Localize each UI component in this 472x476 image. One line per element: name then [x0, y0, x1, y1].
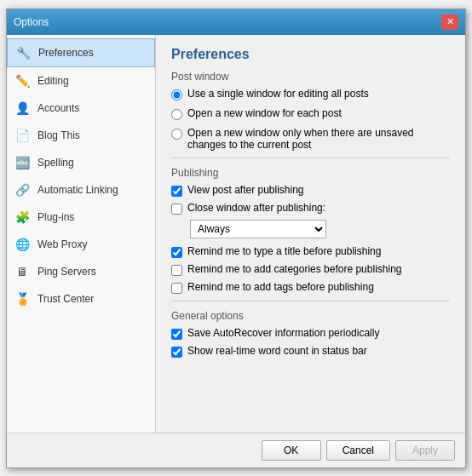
editing-icon: ✏️	[14, 72, 31, 89]
sidebar-item-spelling[interactable]: 🔤 Spelling	[7, 149, 155, 176]
spelling-icon: 🔤	[14, 154, 31, 171]
radio-new-window-unsaved-label: Open a new window only when there are un…	[187, 127, 450, 151]
checkbox-remind-tags-label: Remind me to add tags before publishing	[187, 281, 374, 293]
sidebar-item-automatic-linking[interactable]: 🔗 Automatic Linking	[7, 176, 155, 204]
radio-new-window-unsaved-input[interactable]	[171, 129, 182, 140]
checkbox-autorecover-input[interactable]	[171, 329, 182, 340]
title-bar: Options ✕	[7, 9, 465, 35]
radio-new-window-unsaved: Open a new window only when there are un…	[171, 127, 450, 151]
web-proxy-icon: 🌐	[14, 236, 31, 253]
sidebar-label-accounts: Accounts	[37, 102, 79, 114]
checkbox-remind-title-label: Remind me to type a title before publish…	[187, 245, 381, 257]
dialog-body: 🔧 Preferences ✏️ Editing 👤 Accounts 📄 Bl…	[7, 35, 465, 433]
sidebar-item-plug-ins[interactable]: 🧩 Plug-ins	[7, 204, 155, 231]
sidebar-label-spelling: Spelling	[37, 157, 74, 169]
sidebar-label-blog-this: Blog This	[37, 129, 80, 141]
plug-ins-icon: 🧩	[14, 209, 31, 226]
sidebar-item-editing[interactable]: ✏️ Editing	[7, 67, 155, 95]
checkbox-view-post-input[interactable]	[171, 186, 182, 197]
checkbox-word-count: Show real-time word count in status bar	[171, 345, 450, 358]
trust-center-icon: 🏅	[14, 290, 31, 307]
always-dropdown-row: Always Never Ask	[190, 220, 450, 238]
sidebar-item-preferences[interactable]: 🔧 Preferences	[7, 38, 155, 67]
checkbox-remind-tags-input[interactable]	[171, 283, 182, 294]
checkbox-remind-title-input[interactable]	[171, 247, 182, 258]
sidebar-item-trust-center[interactable]: 🏅 Trust Center	[7, 285, 155, 313]
radio-single-window: Use a single window for editing all post…	[171, 88, 450, 100]
radio-new-window-each: Open a new window for each post	[171, 107, 450, 120]
post-window-label: Post window	[171, 71, 450, 83]
sidebar-label-plug-ins: Plug-ins	[37, 211, 74, 223]
sidebar-item-ping-servers[interactable]: 🖥 Ping Servers	[7, 258, 155, 285]
ping-servers-icon: 🖥	[14, 263, 31, 280]
checkbox-remind-tags: Remind me to add tags before publishing	[171, 281, 450, 294]
checkbox-view-post-label: View post after publishing	[187, 184, 304, 196]
apply-button[interactable]: Apply	[395, 440, 455, 461]
checkbox-remind-categories-input[interactable]	[171, 265, 182, 276]
content-area: Preferences Post window Use a single win…	[156, 35, 465, 433]
checkbox-view-post: View post after publishing	[171, 184, 450, 197]
cancel-button[interactable]: Cancel	[326, 440, 390, 461]
options-dialog: Options ✕ 🔧 Preferences ✏️ Editing 👤 Acc…	[6, 9, 466, 468]
preferences-icon: 🔧	[14, 44, 32, 61]
publishing-label: Publishing	[171, 167, 450, 179]
dialog-title: Options	[14, 16, 49, 28]
checkbox-remind-categories-label: Remind me to add categories before publi…	[187, 263, 401, 275]
divider-publishing	[171, 158, 450, 158]
checkbox-autorecover-label: Save AutoRecover information periodicall…	[187, 327, 379, 339]
checkbox-remind-title: Remind me to type a title before publish…	[171, 245, 450, 258]
accounts-icon: 👤	[14, 100, 31, 117]
checkbox-word-count-input[interactable]	[171, 347, 182, 358]
sidebar-label-editing: Editing	[37, 75, 69, 87]
automatic-linking-icon: 🔗	[14, 181, 31, 198]
sidebar-label-trust-center: Trust Center	[37, 293, 94, 305]
checkbox-close-window-input[interactable]	[171, 204, 182, 215]
ok-button[interactable]: OK	[262, 440, 321, 461]
radio-single-window-label: Use a single window for editing all post…	[187, 88, 369, 100]
sidebar-label-web-proxy: Web Proxy	[37, 238, 87, 250]
sidebar-label-automatic-linking: Automatic Linking	[37, 184, 118, 196]
checkbox-close-window-label: Close window after publishing:	[187, 202, 325, 214]
radio-new-window-each-input[interactable]	[171, 109, 182, 120]
checkbox-autorecover: Save AutoRecover information periodicall…	[171, 327, 450, 340]
checkbox-word-count-label: Show real-time word count in status bar	[187, 345, 367, 357]
checkbox-close-window: Close window after publishing:	[171, 202, 450, 215]
blog-this-icon: 📄	[14, 127, 31, 144]
content-title: Preferences	[171, 47, 450, 62]
radio-new-window-each-label: Open a new window for each post	[187, 107, 342, 119]
sidebar-item-blog-this[interactable]: 📄 Blog This	[7, 122, 155, 149]
checkbox-remind-categories: Remind me to add categories before publi…	[171, 263, 450, 276]
close-button[interactable]: ✕	[441, 14, 458, 30]
sidebar-label-preferences: Preferences	[38, 47, 94, 59]
sidebar-label-ping-servers: Ping Servers	[37, 266, 96, 278]
radio-single-window-input[interactable]	[171, 89, 182, 100]
dialog-footer: OK Cancel Apply	[7, 433, 465, 467]
sidebar: 🔧 Preferences ✏️ Editing 👤 Accounts 📄 Bl…	[7, 35, 156, 433]
general-options-label: General options	[171, 310, 450, 322]
sidebar-item-accounts[interactable]: 👤 Accounts	[7, 95, 155, 122]
divider-general	[171, 301, 450, 301]
always-dropdown[interactable]: Always Never Ask	[190, 220, 326, 238]
sidebar-item-web-proxy[interactable]: 🌐 Web Proxy	[7, 231, 155, 258]
